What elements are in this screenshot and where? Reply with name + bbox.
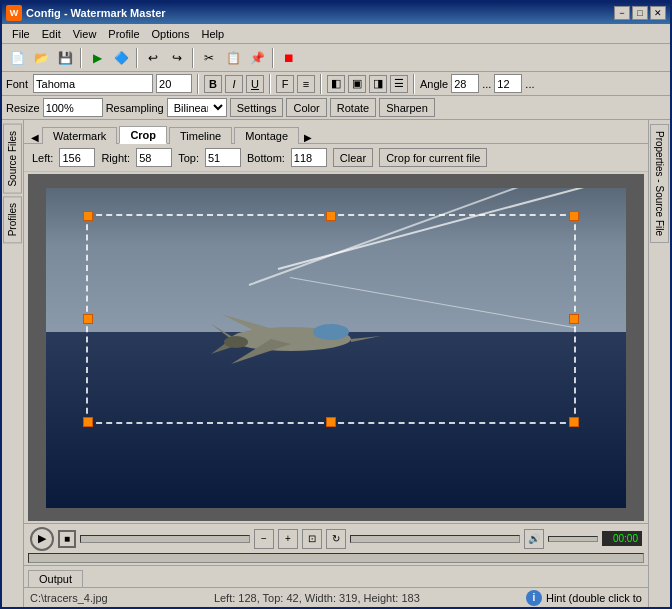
- align-right[interactable]: ◨: [369, 75, 387, 93]
- hint-text: Hint (double click to: [546, 592, 642, 604]
- paste-button[interactable]: 📌: [246, 47, 268, 69]
- menu-profile[interactable]: Profile: [102, 26, 145, 42]
- open-button[interactable]: 📂: [30, 47, 52, 69]
- sidebar-properties[interactable]: Properties - Source File: [650, 124, 669, 243]
- main-window: W Config - Watermark Master − □ ✕ File E…: [0, 0, 672, 609]
- settings-button[interactable]: Settings: [230, 98, 284, 117]
- fit-icon[interactable]: ⊡: [302, 529, 322, 549]
- separator-3: [192, 48, 194, 68]
- handle-mid-left[interactable]: [83, 314, 93, 324]
- resize-input[interactable]: [43, 98, 103, 117]
- status-bar: C:\tracers_4.jpg Left: 128, Top: 42, Wid…: [24, 587, 648, 607]
- menu-edit[interactable]: Edit: [36, 26, 67, 42]
- loop-icon[interactable]: ↻: [326, 529, 346, 549]
- crop-file-button[interactable]: Crop for current file: [379, 148, 487, 167]
- underline-button[interactable]: U: [246, 75, 264, 93]
- bold-button[interactable]: B: [204, 75, 222, 93]
- handle-top-left[interactable]: [83, 211, 93, 221]
- sidebar-source-files[interactable]: Source Files: [3, 124, 22, 194]
- font-size-input[interactable]: [156, 74, 192, 93]
- rotate-button[interactable]: Rotate: [330, 98, 376, 117]
- separator-2: [136, 48, 138, 68]
- tab-montage[interactable]: Montage: [234, 127, 299, 144]
- resampling-select[interactable]: Bilinear Bicubic Nearest: [167, 98, 227, 117]
- progress-track-2[interactable]: [350, 535, 520, 543]
- tab-watermark[interactable]: Watermark: [42, 127, 117, 144]
- tab-scroll-left[interactable]: ◀: [28, 132, 42, 143]
- image-area: [28, 174, 644, 521]
- menu-help[interactable]: Help: [195, 26, 230, 42]
- align-btn-2[interactable]: ≡: [297, 75, 315, 93]
- crop-right-input[interactable]: [136, 148, 172, 167]
- progress-track[interactable]: [80, 535, 250, 543]
- align-center[interactable]: ▣: [348, 75, 366, 93]
- crop-left-input[interactable]: [59, 148, 95, 167]
- sidebar-profiles[interactable]: Profiles: [3, 196, 22, 243]
- align-justify[interactable]: ☰: [390, 75, 408, 93]
- stop-button[interactable]: ⏹: [278, 47, 300, 69]
- tab-crop[interactable]: Crop: [119, 126, 167, 144]
- status-info: Left: 128, Top: 42, Width: 319, Height: …: [214, 592, 420, 604]
- right-sidebar: Properties - Source File: [648, 120, 670, 607]
- wm-button[interactable]: 🔷: [110, 47, 132, 69]
- toolbar-icons: 📄 📂 💾 ▶ 🔷 ↩ ↪ ✂ 📋 📌 ⏹: [2, 44, 670, 72]
- close-button[interactable]: ✕: [650, 6, 666, 20]
- undo-button[interactable]: ↩: [142, 47, 164, 69]
- font-label: Font: [6, 78, 30, 90]
- resampling-label: Resampling: [106, 102, 164, 114]
- tab-bar: ◀ Watermark Crop Timeline Montage ▶: [24, 120, 648, 144]
- cut-button[interactable]: ✂: [198, 47, 220, 69]
- italic-button[interactable]: I: [225, 75, 243, 93]
- handle-top-right[interactable]: [569, 211, 579, 221]
- run-button[interactable]: ▶: [86, 47, 108, 69]
- tab-timeline[interactable]: Timeline: [169, 127, 232, 144]
- toolbar-font: Font B I U F ≡ ◧ ▣ ◨ ☰ Angle ... ...: [2, 72, 670, 96]
- font-input[interactable]: [33, 74, 153, 93]
- menu-options[interactable]: Options: [146, 26, 196, 42]
- angle-input-2[interactable]: [494, 74, 522, 93]
- hint-icon: i: [526, 590, 542, 606]
- status-hint: i Hint (double click to: [526, 590, 642, 606]
- angle-input[interactable]: [451, 74, 479, 93]
- minimize-button[interactable]: −: [614, 6, 630, 20]
- time-display: 00:00: [602, 531, 642, 546]
- output-tab[interactable]: Output: [28, 570, 83, 587]
- handle-mid-right[interactable]: [569, 314, 579, 324]
- separator-5: [197, 74, 199, 94]
- stop-button[interactable]: ■: [58, 530, 76, 548]
- sharpen-button[interactable]: Sharpen: [379, 98, 435, 117]
- color-button[interactable]: Color: [286, 98, 326, 117]
- app-icon: W: [6, 5, 22, 21]
- resize-label: Resize: [6, 102, 40, 114]
- save-button[interactable]: 💾: [54, 47, 76, 69]
- zoom-in-icon[interactable]: +: [278, 529, 298, 549]
- main-content: ◀ Watermark Crop Timeline Montage ▶: [24, 120, 648, 607]
- angle-dots: ...: [482, 78, 491, 90]
- copy-button[interactable]: 📋: [222, 47, 244, 69]
- playback-bar: ▶ ■ − + ⊡ ↻ 🔊 00:00: [24, 523, 648, 553]
- crop-bottom-input[interactable]: [291, 148, 327, 167]
- tab-scroll-right[interactable]: ▶: [301, 132, 315, 143]
- clear-button[interactable]: Clear: [333, 148, 373, 167]
- menu-file[interactable]: File: [6, 26, 36, 42]
- align-left[interactable]: ◧: [327, 75, 345, 93]
- volume-track[interactable]: [548, 536, 598, 542]
- window-controls[interactable]: − □ ✕: [614, 6, 666, 20]
- handle-top-mid[interactable]: [326, 211, 336, 221]
- left-label: Left:: [32, 152, 53, 164]
- menu-view[interactable]: View: [67, 26, 103, 42]
- play-button[interactable]: ▶: [30, 527, 54, 551]
- menu-bar: File Edit View Profile Options Help: [2, 24, 670, 44]
- new-button[interactable]: 📄: [6, 47, 28, 69]
- handle-bot-mid[interactable]: [326, 417, 336, 427]
- handle-bot-right[interactable]: [569, 417, 579, 427]
- volume-icon[interactable]: 🔊: [524, 529, 544, 549]
- maximize-button[interactable]: □: [632, 6, 648, 20]
- crop-top-input[interactable]: [205, 148, 241, 167]
- handle-bot-left[interactable]: [83, 417, 93, 427]
- status-file: C:\tracers_4.jpg: [30, 592, 108, 604]
- zoom-out-icon[interactable]: −: [254, 529, 274, 549]
- scroll-track[interactable]: [28, 553, 644, 563]
- redo-button[interactable]: ↪: [166, 47, 188, 69]
- align-btn-1[interactable]: F: [276, 75, 294, 93]
